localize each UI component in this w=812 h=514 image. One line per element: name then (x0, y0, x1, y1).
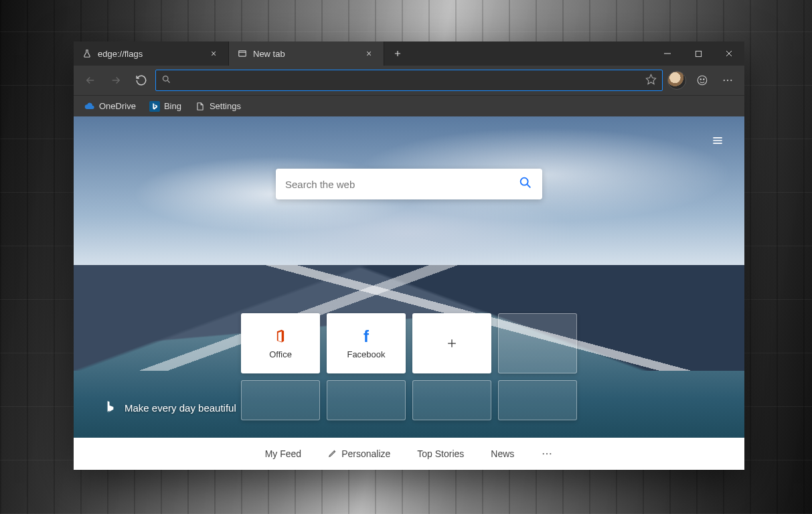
page-menu-button[interactable] (707, 130, 728, 151)
tab-close-button[interactable]: × (207, 47, 220, 60)
bing-logo-icon (104, 400, 116, 416)
web-search-input[interactable] (285, 179, 518, 190)
svg-point-8 (730, 80, 732, 81)
address-input[interactable] (177, 75, 640, 86)
address-bar[interactable] (155, 70, 663, 91)
search-icon (161, 74, 171, 87)
tile-office[interactable]: Office (241, 313, 320, 373)
feed-topstories[interactable]: Top Stories (417, 448, 464, 459)
tile-facebook[interactable]: f Facebook (327, 313, 406, 373)
tab-flags[interactable]: edge://flags × (74, 41, 229, 66)
more-button[interactable] (716, 69, 739, 92)
pencil-icon (328, 448, 337, 460)
close-button[interactable] (714, 41, 744, 66)
cloud-icon (84, 101, 95, 112)
new-tab-button[interactable] (384, 41, 411, 66)
tile-add[interactable] (412, 313, 491, 373)
tile-empty[interactable] (498, 313, 577, 373)
bing-icon (149, 101, 160, 112)
back-button[interactable] (79, 69, 102, 92)
page-icon (195, 101, 206, 112)
feed-more-button[interactable] (541, 448, 553, 460)
newtab-icon (237, 48, 248, 59)
bookmark-label: OneDrive (99, 101, 136, 111)
maximize-button[interactable] (683, 41, 714, 66)
favorite-icon[interactable] (645, 74, 657, 88)
bing-caption[interactable]: Make every day beautiful (104, 400, 236, 416)
tile-empty[interactable] (241, 380, 320, 420)
svg-point-2 (163, 76, 169, 81)
profile-button[interactable] (665, 69, 688, 92)
window-controls (652, 41, 744, 66)
feed-myfeed[interactable]: My Feed (265, 448, 301, 459)
tab-label: New tab (253, 49, 285, 59)
svg-rect-0 (239, 51, 246, 56)
toolbar (74, 66, 744, 95)
office-icon (273, 328, 288, 345)
bookmark-settings[interactable]: Settings (189, 98, 246, 114)
bookmarks-bar: OneDrive Bing Settings (74, 95, 744, 116)
tile-label: Facebook (347, 349, 385, 359)
tile-empty[interactable] (327, 380, 406, 420)
facebook-icon: f (363, 328, 369, 345)
avatar-icon (667, 71, 686, 90)
svg-point-11 (543, 453, 544, 454)
new-tab-page: Office f Facebook Make every day beautif… (74, 116, 744, 470)
flask-icon (82, 48, 92, 59)
tab-strip: edge://flags × New tab × (74, 41, 652, 66)
svg-rect-1 (696, 51, 701, 56)
minimize-button[interactable] (652, 41, 683, 66)
plus-icon (445, 335, 459, 352)
svg-point-10 (521, 178, 528, 185)
svg-point-4 (700, 79, 702, 80)
svg-point-6 (724, 80, 725, 81)
quick-links-grid: Office f Facebook (241, 313, 577, 420)
feed-label: Personalize (341, 448, 390, 459)
svg-point-3 (698, 76, 707, 85)
bookmark-label: Bing (164, 101, 181, 111)
svg-point-12 (546, 453, 548, 454)
feed-personalize[interactable]: Personalize (328, 448, 390, 460)
bookmark-label: Settings (210, 101, 241, 111)
browser-window: edge://flags × New tab × (74, 41, 744, 470)
feed-label: Top Stories (417, 448, 464, 459)
tile-empty[interactable] (412, 380, 491, 420)
svg-point-7 (727, 80, 728, 81)
tab-newtab[interactable]: New tab × (229, 41, 384, 66)
search-icon[interactable] (518, 175, 533, 193)
forward-button[interactable] (104, 69, 127, 92)
svg-point-5 (704, 79, 705, 80)
bing-caption-text: Make every day beautiful (125, 402, 236, 414)
feedback-button[interactable] (691, 69, 714, 92)
tab-close-button[interactable]: × (362, 47, 376, 60)
tile-label: Office (269, 349, 292, 359)
feed-label: News (491, 448, 514, 459)
titlebar: edge://flags × New tab × (74, 41, 744, 66)
tile-empty[interactable] (498, 380, 577, 420)
svg-rect-9 (149, 101, 160, 112)
feed-bar: My Feed Personalize Top Stories News (74, 438, 744, 470)
bookmark-onedrive[interactable]: OneDrive (79, 98, 141, 114)
bookmark-bing[interactable]: Bing (144, 98, 187, 114)
feed-label: My Feed (265, 448, 301, 459)
svg-point-13 (550, 453, 551, 454)
tab-label: edge://flags (98, 49, 143, 59)
refresh-button[interactable] (130, 69, 153, 92)
feed-news[interactable]: News (491, 448, 514, 459)
web-search-box[interactable] (276, 169, 542, 199)
